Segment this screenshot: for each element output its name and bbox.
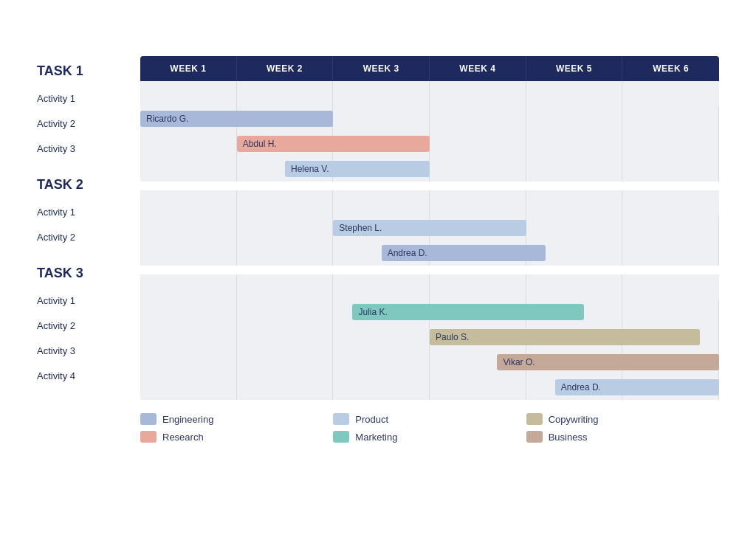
- legend-color-1: [333, 413, 349, 425]
- week-header: WEEK 1WEEK 2WEEK 3WEEK 4WEEK 5WEEK 6: [140, 56, 719, 81]
- gantt-row-task3-3: Vikar O.: [140, 350, 719, 375]
- gantt-task-header-task1: [140, 81, 719, 106]
- gantt-row-task1-1: Ricardo G.: [140, 106, 719, 131]
- gantt-task-header-task2: [140, 190, 719, 215]
- week-header-cell-1: WEEK 1: [140, 56, 237, 81]
- activity-label-task1-2: Activity 2: [37, 111, 140, 136]
- activity-label-task3-4: Activity 4: [37, 363, 140, 388]
- activity-label-task3-2: Activity 2: [37, 313, 140, 338]
- week-header-cell-3: WEEK 3: [333, 56, 430, 81]
- page-header: [37, 30, 719, 34]
- gantt-row-task3-2: Paulo S.: [140, 325, 719, 350]
- activity-label-task2-2: Activity 2: [37, 224, 140, 249]
- legend-label-3: Research: [162, 432, 204, 443]
- legend-label-2: Copywriting: [549, 414, 599, 425]
- legend-item-0: Engineering: [140, 413, 333, 425]
- legend-item-4: Marketing: [333, 431, 526, 443]
- gantt-task-header-task3: [140, 274, 719, 300]
- week-header-cell-5: WEEK 5: [526, 56, 623, 81]
- gantt-bar-task1-3: Helena V.: [285, 161, 430, 177]
- gantt-body: Ricardo G.Abdul H.Helena V.Stephen L.And…: [140, 81, 719, 400]
- gantt-bar-task3-3: Vikar O.: [497, 354, 719, 370]
- gantt-bar-task3-2: Paulo S.: [430, 329, 700, 345]
- week-header-cell-6: WEEK 6: [622, 56, 719, 81]
- left-labels: TASK 1Activity 1Activity 2Activity 3TASK…: [37, 56, 140, 400]
- legend-color-0: [140, 413, 157, 425]
- legend-color-5: [526, 431, 543, 443]
- legend-color-4: [333, 431, 349, 443]
- legend-item-3: Research: [140, 431, 333, 443]
- legend-item-2: Copywriting: [526, 413, 719, 425]
- activity-label-task2-1: Activity 1: [37, 199, 140, 224]
- gantt-bar-task1-1: Ricardo G.: [140, 111, 333, 127]
- legend-color-3: [140, 431, 157, 443]
- gantt-bar-task3-4: Andrea D.: [555, 379, 719, 395]
- activity-label-task3-1: Activity 1: [37, 288, 140, 313]
- gantt-bar-task2-1: Stephen L.: [333, 220, 526, 236]
- task-label-task2: TASK 2: [37, 170, 140, 199]
- legend: Engineering Product Copywriting Research…: [140, 413, 719, 443]
- task-title-task2: TASK 2: [37, 177, 83, 193]
- task-label-task1: TASK 1: [37, 56, 140, 86]
- legend-item-1: Product: [333, 413, 526, 425]
- activity-label-task3-3: Activity 3: [37, 338, 140, 363]
- gantt-row-task2-1: Stephen L.: [140, 215, 719, 241]
- legend-item-5: Business: [526, 431, 719, 443]
- legend-color-2: [526, 413, 543, 425]
- page-container: TASK 1Activity 1Activity 2Activity 3TASK…: [37, 30, 719, 443]
- week-header-cell-2: WEEK 2: [237, 56, 334, 81]
- gantt-row-task1-2: Abdul H.: [140, 131, 719, 156]
- gantt-bar-task3-1: Julia K.: [352, 304, 584, 320]
- legend-label-0: Engineering: [162, 414, 213, 425]
- week-header-cell-4: WEEK 4: [430, 56, 526, 81]
- legend-label-1: Product: [355, 414, 388, 425]
- gantt-row-task3-1: Julia K.: [140, 300, 719, 325]
- gantt-row-task3-4: Andrea D.: [140, 375, 719, 400]
- legend-label-4: Marketing: [355, 432, 397, 443]
- gantt-row-task2-2: Andrea D.: [140, 241, 719, 266]
- legend-label-5: Business: [549, 432, 588, 443]
- task-label-task3: TASK 3: [37, 258, 140, 288]
- gantt-bar-task2-2: Andrea D.: [382, 245, 546, 261]
- gantt-bar-task1-2: Abdul H.: [237, 136, 430, 152]
- task-title-task1: TASK 1: [37, 63, 83, 79]
- gantt-row-task1-3: Helena V.: [140, 156, 719, 181]
- task-title-task3: TASK 3: [37, 266, 83, 281]
- gantt-right: WEEK 1WEEK 2WEEK 3WEEK 4WEEK 5WEEK 6 Ric…: [140, 56, 719, 400]
- activity-label-task1-3: Activity 3: [37, 136, 140, 161]
- gantt-chart: TASK 1Activity 1Activity 2Activity 3TASK…: [37, 56, 719, 400]
- activity-label-task1-1: Activity 1: [37, 86, 140, 111]
